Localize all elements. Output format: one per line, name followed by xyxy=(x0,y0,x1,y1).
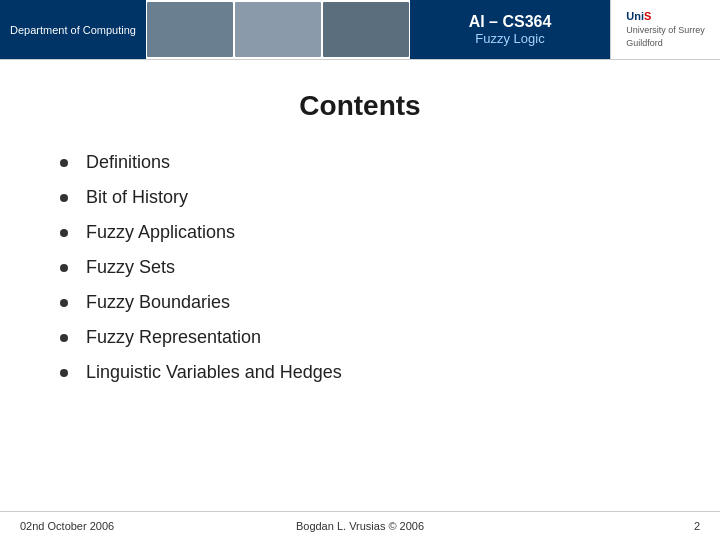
header-image-3 xyxy=(323,2,409,57)
list-item: Linguistic Variables and Hedges xyxy=(60,362,660,383)
university-logo: UniS University of SurreyGuildford xyxy=(610,0,720,59)
dept-label-text: Department of Computing xyxy=(10,24,136,36)
list-item: Fuzzy Sets xyxy=(60,257,660,278)
bullet-icon xyxy=(60,369,68,377)
list-item-label: Fuzzy Applications xyxy=(86,222,235,243)
bullet-icon xyxy=(60,229,68,237)
list-item-label: Fuzzy Sets xyxy=(86,257,175,278)
bullet-icon xyxy=(60,334,68,342)
list-item-label: Fuzzy Boundaries xyxy=(86,292,230,313)
footer-page-number: 2 xyxy=(473,520,700,532)
header-title-block: AI – CS364 Fuzzy Logic xyxy=(410,0,610,59)
header-images xyxy=(146,0,410,59)
list-item-label: Definitions xyxy=(86,152,170,173)
list-item-label: Linguistic Variables and Hedges xyxy=(86,362,342,383)
list-item: Fuzzy Applications xyxy=(60,222,660,243)
bullet-icon xyxy=(60,159,68,167)
footer: 02nd October 2006 Bogdan L. Vrusias © 20… xyxy=(0,511,720,540)
header-image-2 xyxy=(235,2,321,57)
logo-text: UniS University of SurreyGuildford xyxy=(626,10,705,50)
list-item: Fuzzy Boundaries xyxy=(60,292,660,313)
footer-date: 02nd October 2006 xyxy=(20,520,247,532)
list-item-label: Bit of History xyxy=(86,187,188,208)
main-content: Contents DefinitionsBit of HistoryFuzzy … xyxy=(0,60,720,417)
bullet-icon xyxy=(60,299,68,307)
course-subtitle: Fuzzy Logic xyxy=(430,31,590,46)
list-item-label: Fuzzy Representation xyxy=(86,327,261,348)
list-item: Bit of History xyxy=(60,187,660,208)
footer-copyright: Bogdan L. Vrusias © 2006 xyxy=(247,520,474,532)
dept-label: Department of Computing xyxy=(0,0,146,59)
bullet-icon xyxy=(60,194,68,202)
contents-list: DefinitionsBit of HistoryFuzzy Applicati… xyxy=(60,152,660,383)
section-title: Contents xyxy=(60,90,660,122)
course-title: AI – CS364 xyxy=(430,13,590,31)
list-item: Fuzzy Representation xyxy=(60,327,660,348)
list-item: Definitions xyxy=(60,152,660,173)
header-image-1 xyxy=(147,2,233,57)
bullet-icon xyxy=(60,264,68,272)
header: Department of Computing AI – CS364 Fuzzy… xyxy=(0,0,720,60)
